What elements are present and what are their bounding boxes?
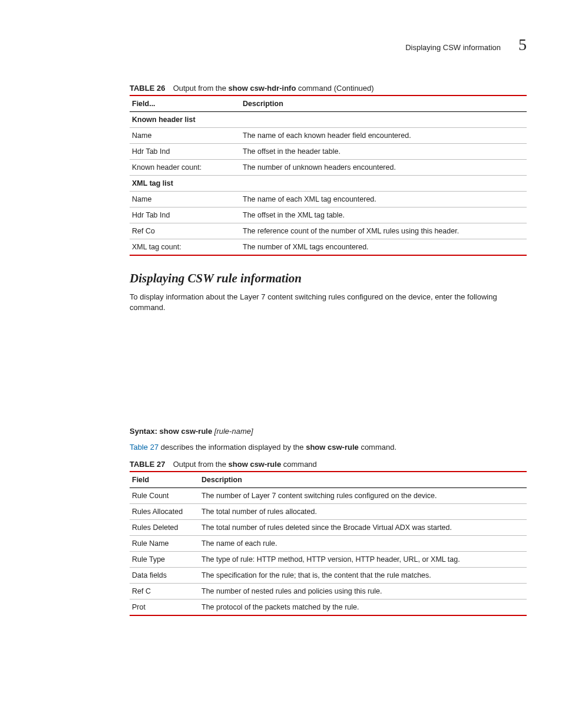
- cell-field: XML tag list: [130, 176, 240, 192]
- page-header: Displaying CSW information 5: [130, 35, 527, 54]
- desc-tail: command.: [359, 443, 396, 452]
- table-row: Known header list: [130, 112, 527, 128]
- cell-field: Known header list: [130, 112, 240, 128]
- table27-col1: Field: [130, 472, 199, 488]
- cell-desc: The number of Layer 7 content switching …: [199, 487, 527, 503]
- table26-caption-cmd: show csw-hdr-info: [229, 84, 296, 93]
- cell-field: Prot: [130, 599, 199, 615]
- cell-desc: The protocol of the packets matched by t…: [199, 599, 527, 615]
- cell-desc: The total number of rules allocated.: [199, 503, 527, 519]
- section-heading: Displaying CSW rule information: [130, 271, 527, 286]
- cell-desc: The specification for the rule; that is,…: [199, 567, 527, 583]
- table26: Field... Description Known header list N…: [130, 95, 527, 256]
- syntax-cmd: show csw-rule: [160, 427, 213, 436]
- page: Displaying CSW information 5 TABLE 26 Ou…: [0, 0, 562, 728]
- table27-col2: Description: [199, 472, 527, 488]
- section-intro: To display information about the Layer 7…: [130, 292, 527, 313]
- cell-desc: The offset in the header table.: [240, 144, 527, 160]
- table-row: Known header count: The number of unknow…: [130, 160, 527, 176]
- header-title: Displaying CSW information: [405, 43, 501, 52]
- cell-desc: The number of XML tags encountered.: [240, 239, 527, 256]
- cell-desc: The name of each rule.: [199, 535, 527, 551]
- cell-desc: The name of each XML tag encountered.: [240, 192, 527, 207]
- table-row: Hdr Tab Ind The offset in the XML tag ta…: [130, 207, 527, 223]
- table27-caption-prefix: Output from the: [173, 460, 229, 469]
- cell-field: Rules Allocated: [130, 503, 199, 519]
- cell-desc: The type of rule: HTTP method, HTTP vers…: [199, 551, 527, 567]
- syntax-label: Syntax:: [130, 427, 157, 436]
- table27-desc: Table 27 describes the information displ…: [130, 442, 527, 453]
- cell-field: Rule Name: [130, 535, 199, 551]
- table-row: XML tag count: The number of XML tags en…: [130, 239, 527, 256]
- table-row: Name The name of each known header field…: [130, 128, 527, 144]
- table27-label: TABLE 27: [130, 460, 171, 469]
- cell-field: Known header count:: [130, 160, 240, 176]
- table-row: Name The name of each XML tag encountere…: [130, 192, 527, 207]
- table-row: Rules Deleted The total number of rules …: [130, 519, 527, 535]
- cell-desc: The total number of rules deleted since …: [199, 519, 527, 535]
- cell-desc: The offset in the XML tag table.: [240, 207, 527, 223]
- table27-caption-suffix: command: [281, 460, 317, 469]
- table-row: Rule Type The type of rule: HTTP method,…: [130, 551, 527, 567]
- table-row: Hdr Tab Ind The offset in the header tab…: [130, 144, 527, 160]
- cell-field: Data fields: [130, 567, 199, 583]
- table26-caption-prefix: Output from the: [173, 84, 229, 93]
- table-row: Rule Name The name of each rule.: [130, 535, 527, 551]
- syntax-line: Syntax: show csw-rule [rule-name]: [130, 426, 527, 437]
- syntax-arg: [rule-name]: [214, 427, 253, 436]
- cell-field: Rules Deleted: [130, 519, 199, 535]
- table-row: Prot The protocol of the packets matched…: [130, 599, 527, 615]
- table27-link[interactable]: Table 27: [130, 443, 158, 452]
- cell-field: Ref C: [130, 583, 199, 599]
- desc-cmd: show csw-rule: [306, 443, 359, 452]
- cell-field: Rule Type: [130, 551, 199, 567]
- desc-mid: describes the information displayed by t…: [158, 443, 306, 452]
- cell-desc: The name of each known header field enco…: [240, 128, 527, 144]
- table-row: Ref C The number of nested rules and pol…: [130, 583, 527, 599]
- spacer: [130, 322, 527, 423]
- chapter-number: 5: [518, 35, 527, 54]
- table26-label: TABLE 26: [130, 84, 171, 93]
- table27-caption: TABLE 27 Output from the show csw-rule c…: [130, 460, 527, 469]
- table-row: XML tag list: [130, 176, 527, 192]
- table27: Field Description Rule Count The number …: [130, 471, 527, 616]
- cell-desc: The number of unknown headers encountere…: [240, 160, 527, 176]
- table26-caption-suffix: command (Continued): [296, 84, 373, 93]
- cell-field: XML tag count:: [130, 239, 240, 256]
- cell-field: Hdr Tab Ind: [130, 207, 240, 223]
- table-row: Rules Allocated The total number of rule…: [130, 503, 527, 519]
- cell-field: Ref Co: [130, 223, 240, 239]
- cell-desc: The number of nested rules and policies …: [199, 583, 527, 599]
- cell-field: Name: [130, 192, 240, 207]
- cell-field: Hdr Tab Ind: [130, 144, 240, 160]
- table-row: Data fields The specification for the ru…: [130, 567, 527, 583]
- cell-field: Name: [130, 128, 240, 144]
- table-row: Rule Count The number of Layer 7 content…: [130, 487, 527, 503]
- table26-caption: TABLE 26 Output from the show csw-hdr-in…: [130, 84, 527, 93]
- cell-desc: [240, 112, 527, 128]
- table27-caption-cmd: show csw-rule: [229, 460, 282, 469]
- table26-col1: Field...: [130, 95, 240, 112]
- cell-field: Rule Count: [130, 487, 199, 503]
- cell-desc: [240, 176, 527, 192]
- table-row: Ref Co The reference count of the number…: [130, 223, 527, 239]
- table26-col2: Description: [240, 95, 527, 112]
- cell-desc: The reference count of the number of XML…: [240, 223, 527, 239]
